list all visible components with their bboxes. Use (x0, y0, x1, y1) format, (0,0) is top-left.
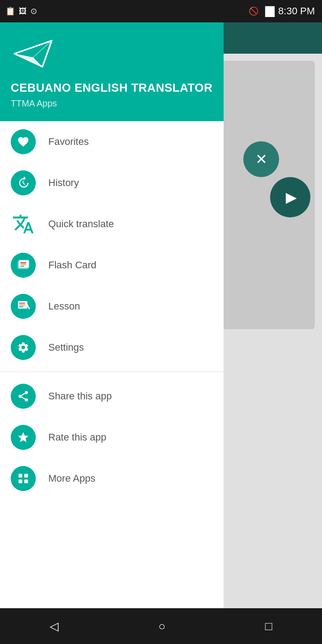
svg-line-18 (21, 393, 25, 395)
svg-marker-0 (14, 41, 51, 67)
memo-icon: 📋 (5, 6, 15, 16)
gear-icon (17, 341, 30, 354)
star-icon (17, 431, 30, 444)
flash-card-icon-circle (11, 253, 36, 278)
menu-divider (0, 372, 224, 372)
favorites-label: Favorites (48, 136, 89, 148)
more-apps-label: More Apps (48, 473, 95, 484)
drawer-app-title: CEBUANO ENGLISH TRANSLATOR (11, 80, 213, 96)
rate-label: Rate this app (48, 432, 106, 443)
svg-rect-11 (19, 305, 25, 305)
grid-icon (17, 472, 30, 485)
svg-rect-10 (19, 303, 25, 304)
status-time: 8:30 PM (278, 5, 315, 17)
svg-rect-12 (19, 306, 23, 307)
svg-marker-1 (14, 54, 42, 67)
svg-rect-7 (20, 264, 26, 265)
rate-icon-circle (11, 425, 36, 450)
menu-item-more-apps[interactable]: More Apps (0, 458, 224, 499)
drawer-header: CEBUANO ENGLISH TRANSLATOR TTMA Apps (0, 22, 224, 121)
share-label: Share this app (48, 390, 112, 402)
no-sim-icon: 🚫 (249, 6, 258, 16)
lesson-icon (16, 299, 30, 314)
more-apps-icon-circle (11, 466, 36, 491)
settings-label: Settings (48, 342, 84, 353)
back-button[interactable]: ◁ (50, 619, 59, 633)
menu-item-settings[interactable]: Settings (0, 327, 224, 368)
app-logo (11, 36, 213, 73)
bottom-navigation: ◁ ○ □ (0, 608, 322, 644)
clock-icon (17, 177, 30, 189)
menu-item-quick-translate[interactable]: Quick translate (0, 203, 224, 245)
navigation-drawer: CEBUANO ENGLISH TRANSLATOR TTMA Apps Fav… (0, 22, 224, 644)
menu-item-rate[interactable]: Rate this app (0, 417, 224, 458)
menu-item-share[interactable]: Share this app (0, 376, 224, 417)
flashcard-icon (16, 258, 30, 272)
settings-icon-circle (11, 335, 36, 360)
drawer-author: TTMA Apps (11, 98, 213, 109)
translate-icon (12, 213, 34, 235)
svg-rect-21 (19, 479, 22, 483)
recent-button[interactable]: □ (265, 619, 272, 633)
svg-rect-22 (24, 479, 28, 483)
menu-item-favorites[interactable]: Favorites (0, 121, 224, 162)
menu-item-history[interactable]: History (0, 162, 224, 203)
share-icon (17, 390, 30, 402)
home-button[interactable]: ○ (158, 619, 165, 633)
translate-icon-container (11, 212, 36, 237)
quick-translate-label: Quick translate (48, 218, 114, 230)
history-icon-circle (11, 170, 36, 195)
status-bar-right: 🚫 ▐█ 8:30 PM (249, 5, 315, 17)
svg-line-17 (21, 397, 25, 399)
svg-rect-20 (24, 474, 28, 477)
svg-point-14 (25, 391, 28, 394)
lesson-icon-circle (11, 294, 36, 319)
menu-item-lesson[interactable]: Lesson (0, 286, 224, 327)
flash-card-label: Flash Card (48, 259, 97, 271)
svg-point-15 (19, 394, 22, 398)
favorites-icon-circle (11, 129, 36, 154)
menu-item-flash-card[interactable]: Flash Card (0, 245, 224, 286)
svg-rect-6 (20, 262, 26, 263)
history-label: History (48, 177, 79, 189)
heart-icon (17, 136, 30, 148)
svg-rect-19 (19, 474, 22, 477)
share-icon-circle (11, 384, 36, 409)
svg-rect-8 (20, 266, 24, 267)
status-bar: 📋 🖼 ⊙ 🚫 ▐█ 8:30 PM (0, 0, 322, 22)
image-icon: 🖼 (19, 7, 27, 16)
battery-icon: ▐█ (262, 6, 275, 17)
lesson-label: Lesson (48, 301, 80, 312)
close-button[interactable] (243, 141, 279, 177)
drawer-menu: Favorites History Quick translate (0, 121, 224, 644)
sync-icon: ⊙ (30, 6, 37, 16)
status-bar-left-icons: 📋 🖼 ⊙ (5, 6, 37, 16)
send-button[interactable] (270, 177, 310, 217)
svg-point-16 (25, 398, 28, 401)
logo-icon (11, 36, 55, 72)
